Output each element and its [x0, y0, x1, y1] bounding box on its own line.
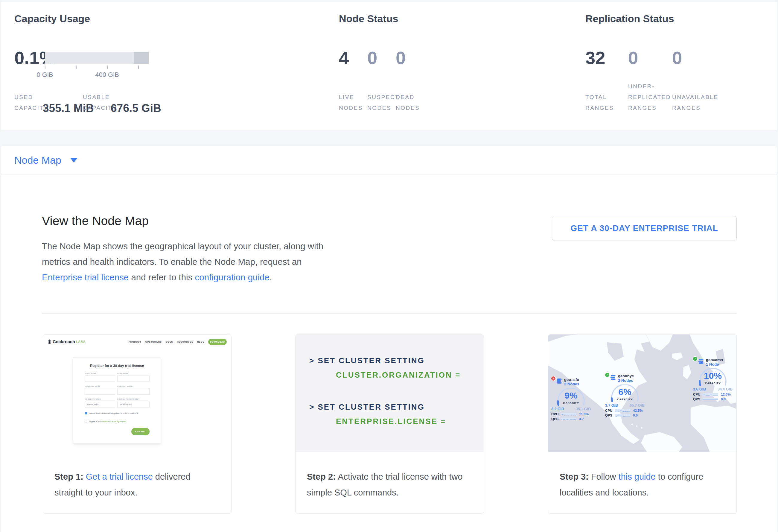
unavailable-count: 0 — [672, 48, 682, 68]
capacity-gauge: 9% CAPACITY — [557, 388, 586, 407]
axis-tick — [107, 66, 108, 69]
mini-input — [85, 375, 115, 382]
configuration-guide-link[interactable]: configuration guide — [195, 272, 269, 282]
cockroach-labs-logo: Cockroach LABS — [48, 339, 86, 345]
capacity-bar — [45, 52, 149, 64]
healthy-check-icon: ✓ — [693, 357, 697, 361]
suspect-nodes-label: SUSPECT NODES — [367, 92, 399, 113]
alert-badge-icon: 1 — [551, 376, 555, 381]
live-nodes-label: LIVE NODES — [339, 92, 363, 113]
locality-name: geo=nyc — [618, 374, 634, 378]
cockroach-icon — [48, 339, 52, 345]
step1-screenshot: Cockroach LABS PRODUCT CUSTOMERS DOCS RE… — [43, 334, 231, 452]
view-selector-bar: Node Map — [1, 146, 777, 174]
mini-select: Please Select — [85, 401, 115, 408]
mini-submit-button: SUBMIT — [131, 428, 150, 435]
cpu-sparkline — [703, 393, 718, 395]
step1-card: Cockroach LABS PRODUCT CUSTOMERS DOCS RE… — [43, 334, 232, 514]
step3-caption: Step 3: Follow this guide to configure l… — [548, 452, 736, 501]
locality-node-count: 2 Nodes — [618, 378, 634, 383]
suspect-nodes-count: 0 — [367, 48, 377, 68]
map-node-ams: ✓ geo=ams 1 Node — [693, 357, 732, 401]
code-line: CLUSTER.ORGANIZATION = — [336, 370, 461, 380]
empty-checkbox-icon — [85, 420, 87, 423]
map-node-nyc: ✓ geo=nyc 2 Nodes — [605, 373, 644, 417]
axis-tick-label: 400 GiB — [95, 71, 119, 79]
map-node-sfo: 1 geo=sfo 2 Nodes — [551, 376, 591, 421]
live-nodes-count: 4 — [339, 48, 349, 68]
locality-node-count: 1 Node — [706, 362, 723, 367]
step2-card: > SET CLUSTER SETTING CLUSTER.ORGANIZATI… — [295, 334, 484, 514]
database-icon — [611, 375, 616, 380]
cpu-sparkline — [561, 413, 576, 415]
chevron-down-icon — [70, 158, 77, 162]
cluster-overview-panel: Capacity Usage 0.1% 0 GiB 400 GiB USED C… — [1, 2, 777, 130]
this-guide-link[interactable]: this guide — [619, 472, 656, 481]
code-line: > SET CLUSTER SETTING — [309, 402, 425, 412]
healthy-check-icon: ✓ — [605, 373, 609, 377]
capacity-gauge: 10% CAPACITY — [698, 368, 727, 387]
step1-caption: Step 1: Get a trial license delivered st… — [43, 452, 231, 501]
step3-card: 1 geo=sfo 2 Nodes — [548, 334, 737, 514]
capacity-gauge: 6% CAPACITY — [611, 384, 639, 403]
mini-input — [117, 375, 150, 382]
step3-map-illustration: 1 geo=sfo 2 Nodes — [548, 334, 736, 452]
axis-tick — [76, 66, 77, 69]
divider — [42, 313, 737, 314]
code-line: ENTERPRISE.LICENSE = — [336, 417, 446, 426]
capacity-bar-used-segment — [134, 52, 149, 64]
qps-sparkline — [703, 398, 718, 400]
code-line: > SET CLUSTER SETTING — [309, 356, 425, 365]
step2-code-illustration: > SET CLUSTER SETTING CLUSTER.ORGANIZATI… — [296, 334, 484, 452]
total-ranges-label: TOTAL RANGES — [586, 92, 614, 113]
enterprise-trial-license-link[interactable]: Enterprise trial license — [42, 272, 129, 282]
capacity-usage-title: Capacity Usage — [14, 13, 90, 24]
unavailable-label: UNAVAILABLE RANGES — [672, 92, 718, 113]
axis-tick — [138, 66, 139, 69]
intro-paragraph: The Node Map shows the geographical layo… — [42, 238, 330, 285]
under-replicated-label: UNDER- REPLICATED RANGES — [628, 81, 671, 113]
axis-tick — [45, 66, 46, 69]
database-icon — [557, 378, 562, 384]
node-map-dropdown[interactable]: Node Map — [14, 146, 77, 174]
mini-site-header: Cockroach LABS PRODUCT CUSTOMERS DOCS RE… — [48, 338, 227, 346]
qps-sparkline — [615, 414, 630, 416]
mini-download-button: DOWNLOAD — [208, 339, 227, 345]
dead-nodes-label: DEAD NODES — [396, 92, 420, 113]
mini-site-nav: PRODUCT CUSTOMERS DOCS RESOURCES BLOG — [129, 340, 205, 343]
mini-checkbox-row: I would like to receive email updates ab… — [85, 412, 139, 414]
mini-form-title: Register for a 30-day trial license — [73, 364, 161, 367]
cpu-sparkline — [615, 409, 630, 412]
mini-checkbox-row: I agree to the Software License Agreemen… — [85, 420, 127, 423]
node-map-promo-section: View the Node Map The Node Map shows the… — [1, 175, 777, 532]
dead-nodes-count: 0 — [396, 48, 406, 68]
checked-checkbox-icon — [85, 412, 87, 414]
locality-node-count: 2 Nodes — [564, 382, 579, 386]
get-enterprise-trial-button[interactable]: GET A 30-DAY ENTERPRISE TRIAL — [552, 216, 737, 241]
mini-input — [85, 388, 115, 395]
locality-name: geo=sfo — [564, 377, 579, 382]
qps-sparkline — [561, 418, 576, 420]
total-ranges-count: 32 — [586, 48, 605, 68]
axis-tick-label: 0 GiB — [36, 71, 53, 79]
replication-status-title: Replication Status — [586, 13, 674, 24]
get-trial-license-link[interactable]: Get a trial license — [86, 472, 153, 481]
mini-select: Please Select — [117, 401, 150, 408]
step2-caption: Step 2: Activate the trial license with … — [296, 452, 484, 501]
database-icon — [698, 359, 704, 364]
node-status-title: Node Status — [339, 13, 398, 24]
mini-registration-form: Register for a 30-day trial license FIRS… — [73, 357, 161, 444]
under-replicated-count: 0 — [628, 48, 638, 68]
usable-capacity-value: 676.5 GiB — [111, 102, 161, 115]
locality-name: geo=ams — [706, 358, 723, 362]
node-map-dropdown-label: Node Map — [14, 154, 61, 166]
mini-input — [117, 388, 150, 395]
page-title: View the Node Map — [42, 214, 149, 228]
